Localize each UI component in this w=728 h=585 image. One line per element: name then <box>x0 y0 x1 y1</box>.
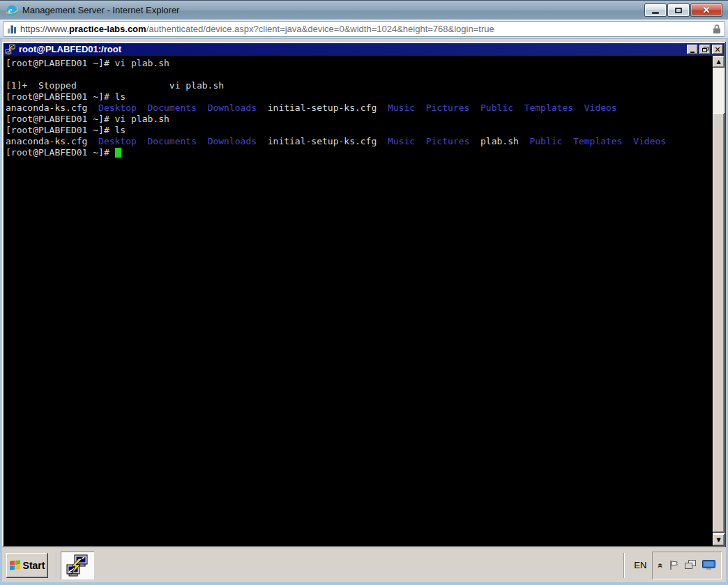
arrow-down-icon: ▼ <box>716 538 720 543</box>
terminal-close-button[interactable]: ✕ <box>712 45 723 54</box>
terminal-screen[interactable]: [root@PLABFED01 ~]# vi plab.sh[1]+ Stopp… <box>3 56 713 546</box>
flag-tray-icon[interactable] <box>669 560 678 570</box>
taskbar-putty-button[interactable] <box>61 552 94 579</box>
arrow-up-icon: ▲ <box>716 59 720 65</box>
minimize-icon <box>690 52 695 53</box>
terminal-line: [root@PLABFED01 ~]# vi plab.sh <box>6 114 713 125</box>
terminal-line: anaconda-ks.cfg Desktop Documents Downlo… <box>6 102 713 114</box>
close-icon: ✕ <box>714 46 720 54</box>
taskbar: Start <box>2 547 726 582</box>
ie-window: e Management Server - Internet Explorer … <box>0 0 728 585</box>
restore-icon <box>702 47 708 52</box>
url-domain: practice-labs.com <box>69 24 146 34</box>
address-input[interactable]: https://www.practice-labs.com/authentica… <box>3 21 725 37</box>
maximize-button[interactable] <box>667 3 690 17</box>
putty-client-area: [root@PLABFED01 ~]# vi plab.sh[1]+ Stopp… <box>3 56 725 546</box>
window-title: Management Server - Internet Explorer <box>22 5 179 15</box>
svg-text:e: e <box>8 6 13 15</box>
windows-logo-icon <box>10 560 20 571</box>
start-button[interactable]: Start <box>6 553 48 578</box>
address-bar-row: https://www.practice-labs.com/authentica… <box>0 20 728 39</box>
scrollbar-thumb[interactable] <box>713 113 725 533</box>
display-tray-icon[interactable] <box>702 560 715 570</box>
ie-window-controls: ✕ <box>644 3 722 17</box>
putty-icon <box>5 44 16 55</box>
browser-viewport: root@PLABFED01:/root ✕ [root@PLABF <box>0 39 728 585</box>
url-path: /authenticated/device.aspx?client=java&d… <box>146 24 494 34</box>
security-lock-icon[interactable] <box>713 24 721 34</box>
maximize-icon <box>675 8 682 13</box>
putty-titlebar[interactable]: root@PLABFED01:/root ✕ <box>3 43 725 56</box>
site-favicon[interactable] <box>7 24 17 34</box>
terminal-line: [root@PLABFED01 ~]# <box>6 147 713 158</box>
scroll-down-button[interactable]: ▼ <box>713 534 725 546</box>
system-tray: « <box>652 552 722 579</box>
terminal-line: [root@PLABFED01 ~]# ls <box>6 91 713 102</box>
terminal-scrollbar: ▲ ▼ <box>713 56 725 546</box>
scroll-up-button[interactable]: ▲ <box>713 56 725 68</box>
terminal-line: [root@PLABFED01 ~]# vi plab.sh <box>6 58 713 69</box>
close-button[interactable]: ✕ <box>690 3 722 17</box>
scrollbar-track[interactable] <box>713 68 725 534</box>
url-scheme: https://www. <box>20 24 69 34</box>
ie-titlebar[interactable]: e Management Server - Internet Explorer … <box>0 0 728 20</box>
putty-window: root@PLABFED01:/root ✕ [root@PLABF <box>2 42 726 547</box>
url-text: https://www.practice-labs.com/authentica… <box>20 24 494 34</box>
terminal-line: [1]+ Stopped vi plab.sh <box>6 80 713 91</box>
terminal-line <box>6 69 713 80</box>
start-button-label: Start <box>23 560 45 571</box>
show-hidden-icons-chevron[interactable]: « <box>657 563 665 568</box>
minimize-icon <box>652 12 659 14</box>
terminal-restore-button[interactable] <box>699 45 711 54</box>
putty-icon <box>66 554 89 577</box>
language-indicator[interactable]: EN <box>628 560 652 570</box>
terminal-line: [root@PLABFED01 ~]# ls <box>6 125 713 136</box>
putty-window-controls: ✕ <box>687 45 723 54</box>
internet-explorer-icon: e <box>6 4 18 17</box>
taskbar-divider <box>623 553 625 578</box>
terminal-minimize-button[interactable] <box>687 45 698 54</box>
close-icon: ✕ <box>703 6 711 15</box>
taskbar-divider <box>56 553 57 578</box>
minimize-button[interactable] <box>644 3 667 17</box>
terminal-line: anaconda-ks.cfg Desktop Documents Downlo… <box>6 136 713 147</box>
putty-window-title: root@PLABFED01:/root <box>19 45 121 54</box>
terminal-cursor <box>115 148 121 158</box>
network-tray-icon[interactable] <box>685 560 696 570</box>
remote-desktop: root@PLABFED01:/root ✕ [root@PLABF <box>2 39 726 582</box>
